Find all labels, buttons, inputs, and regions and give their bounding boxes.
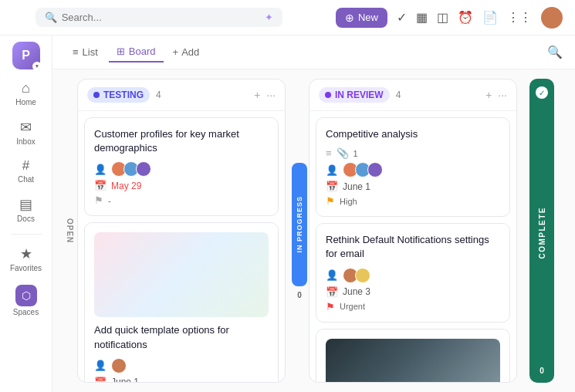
testing-more-icon[interactable]: ··· [266, 89, 276, 101]
in-review-more-icon[interactable]: ··· [498, 89, 507, 101]
card-date: May 29 [111, 181, 141, 191]
in-review-column: IN REVIEW 4 + ··· Competitive analysis [309, 79, 517, 383]
in-review-dot [325, 92, 331, 98]
priority-label-4: Urgent [340, 302, 365, 311]
bell-icon[interactable]: ⏰ [458, 10, 473, 25]
assignee-icon-4: 👤 [326, 269, 338, 281]
sidebar-divider [11, 234, 42, 235]
avatar-3 [136, 161, 151, 177]
in-progress-count: 0 [297, 291, 302, 299]
card-dark-image-placeholder [326, 339, 500, 382]
sidebar-item-home[interactable]: ⌂ Home [5, 76, 48, 111]
assignee-icon-3: 👤 [326, 164, 338, 176]
calendar-icon-3: 📅 [326, 181, 338, 192]
card-date-3: June 1 [343, 181, 370, 192]
card-meta-3: ≡ 📎 1 👤 [326, 147, 500, 207]
sub-header: ≡ List ⊞ Board + Add 🔍 [52, 35, 575, 69]
tab-board[interactable]: ⊞ Board [109, 42, 164, 63]
card-notifications-settings[interactable]: Rethink Default Notifications settings f… [316, 223, 510, 322]
testing-badge: TESTING [87, 87, 150, 103]
card-title-3: Competitive analysis [326, 127, 500, 141]
video-icon[interactable]: ◫ [437, 10, 448, 25]
sidebar-logo[interactable]: P ▾ [12, 42, 40, 69]
search-input[interactable] [62, 12, 260, 23]
avatar-7 [367, 162, 383, 177]
card-priority-row-4: ⚑ Urgent [326, 301, 500, 313]
calendar-icon-2: 📅 [94, 377, 107, 382]
sidebar: P ▾ ⌂ Home ✉ Inbox # Chat ▤ Docs ★ Favor… [0, 35, 52, 392]
avatar-4 [111, 358, 127, 373]
priority-flag-4: ⚑ [326, 301, 335, 313]
card-assignee-row-3: 👤 [326, 162, 500, 177]
card-assignee-row-2: 👤 [94, 358, 269, 373]
docs-icon: ▤ [19, 196, 32, 213]
card-competitive-analysis[interactable]: Competitive analysis ≡ 📎 1 👤 [316, 117, 510, 217]
tab-list[interactable]: ≡ List [65, 42, 106, 62]
inbox-icon: ✉ [20, 119, 32, 136]
user-avatar[interactable] [541, 7, 563, 29]
card-title-4: Rethink Default Notifications settings f… [326, 233, 500, 261]
sidebar-label-spaces: Spaces [13, 308, 39, 316]
chat-icon: # [22, 158, 29, 174]
card-priority-row-3: ⚑ High [326, 195, 500, 207]
card-date-row-4: 📅 June 3 [326, 286, 500, 298]
dots-icon[interactable]: ⋮⋮ [507, 10, 532, 25]
main-layout: P ▾ ⌂ Home ✉ Inbox # Chat ▤ Docs ★ Favor… [0, 35, 575, 392]
testing-column: TESTING 4 + ··· Customer profiles for ke… [77, 79, 286, 383]
flag-icon: ⚑ [94, 194, 103, 206]
plus-icon: + [173, 46, 179, 58]
board-area: OPEN TESTING 4 + ··· [52, 69, 575, 392]
col-gap-1 [286, 79, 292, 383]
card-date-row-2: 📅 June 1 [94, 377, 269, 382]
home-icon: ⌂ [22, 80, 30, 96]
card-image-placeholder [94, 232, 269, 317]
complete-icon: ✓ [536, 86, 548, 99]
in-progress-wrapper: IN PROGRESS 0 [292, 79, 307, 383]
in-review-count: 4 [396, 90, 401, 100]
card-assignee-row: 👤 [94, 161, 269, 177]
doc-icon[interactable]: 📄 [482, 10, 498, 25]
sidebar-item-favorites[interactable]: ★ Favorites [5, 241, 48, 277]
spaces-icon: ⬡ [15, 285, 37, 306]
complete-column: ✓ COMPLETE 0 [529, 79, 554, 383]
card-avatars-4 [343, 268, 370, 283]
sidebar-item-docs[interactable]: ▤ Docs [5, 191, 48, 228]
logo-letter: P [22, 49, 30, 63]
search-box[interactable]: 🔍 ✦ [36, 8, 282, 27]
col-gap-2 [517, 79, 523, 383]
testing-column-wrapper: OPEN TESTING 4 + ··· [62, 79, 286, 383]
sidebar-label-favorites: Favorites [10, 264, 42, 272]
board-icon: ⊞ [117, 46, 125, 57]
card-flag-row: ⚑ - [94, 194, 269, 206]
check-icon[interactable]: ✓ [397, 10, 407, 25]
card-image [94, 232, 269, 317]
card-avatars-2 [111, 358, 127, 373]
card-date-row-3: 📅 June 1 [326, 181, 500, 192]
priority-flag-3: ⚑ [326, 195, 335, 207]
new-button[interactable]: ⊕ New [336, 8, 387, 28]
in-review-add-icon[interactable]: + [485, 89, 492, 101]
card-customer-profiles[interactable]: Customer profiles for key market demogra… [84, 117, 279, 216]
card-dark-image[interactable] [316, 329, 510, 382]
topbar: 🔍 ✦ ⊕ New ✓ ▦ ◫ ⏰ 📄 ⋮⋮ [0, 0, 575, 35]
testing-label: TESTING [103, 90, 144, 100]
sparkle-icon: ✦ [265, 12, 273, 23]
assignee-icon: 👤 [94, 164, 107, 175]
sidebar-item-spaces[interactable]: ⬡ Spaces [5, 280, 48, 321]
card-date-2: June 1 [111, 377, 139, 382]
add-view-button[interactable]: + Add [167, 42, 206, 62]
testing-actions: + ··· [254, 89, 276, 101]
card-template-options[interactable]: Add quick template options for notificat… [84, 222, 279, 382]
open-label: OPEN [62, 79, 77, 383]
sidebar-item-inbox[interactable]: ✉ Inbox [5, 114, 48, 150]
logo-chevron: ▾ [32, 62, 42, 71]
header-search-icon[interactable]: 🔍 [547, 45, 563, 59]
card-date-4: June 3 [343, 286, 370, 297]
testing-add-icon[interactable]: + [254, 89, 260, 101]
testing-cards: Customer profiles for key market demogra… [78, 111, 285, 382]
testing-column-header: TESTING 4 + ··· [78, 79, 285, 111]
star-icon: ★ [20, 245, 32, 262]
grid-icon[interactable]: ▦ [416, 10, 428, 25]
card-attachment-row: ≡ 📎 1 [326, 147, 500, 159]
sidebar-item-chat[interactable]: # Chat [5, 154, 48, 188]
